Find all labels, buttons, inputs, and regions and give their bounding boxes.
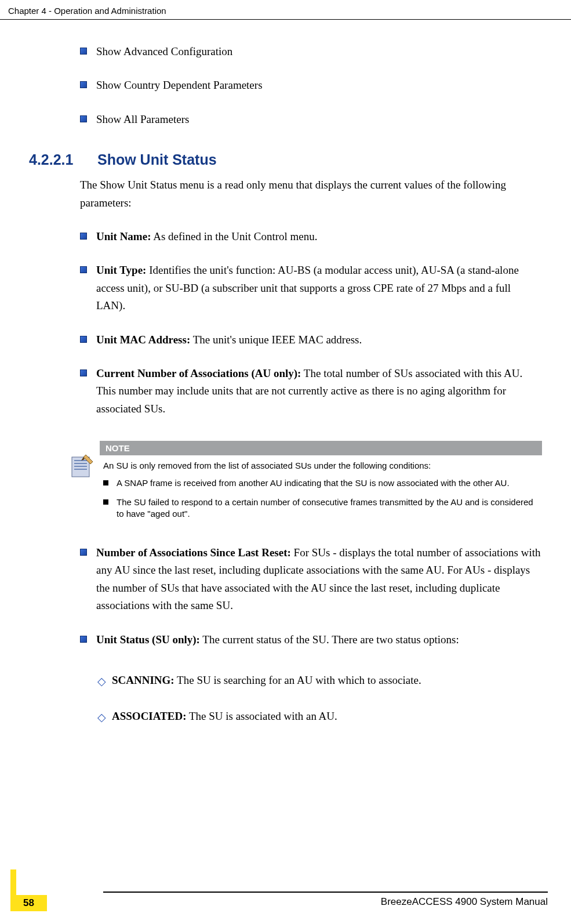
note-bullet-text: The SU failed to respond to a certain nu… — [117, 497, 539, 520]
bullet-text: Unit Type: Identifies the unit's functio… — [96, 262, 542, 314]
square-bullet-icon — [80, 549, 87, 556]
item-desc: The unit's unique IEEE MAC address. — [190, 334, 362, 346]
list-item: Unit Status (SU only): The current statu… — [80, 631, 542, 648]
list-item: Show All Parameters — [80, 111, 542, 128]
square-bullet-icon — [80, 81, 87, 88]
note-bullet-text: A SNAP frame is received from another AU… — [117, 477, 510, 489]
bullet-text: Show Country Dependent Parameters — [96, 77, 542, 94]
page-header: Chapter 4 - Operation and Administration — [0, 0, 571, 20]
note-intro: An SU is only removed from the list of a… — [100, 455, 542, 472]
list-item: ◇ SCANNING: The SU is searching for an A… — [97, 672, 542, 690]
item-label: Number of Associations Since Last Reset: — [96, 546, 291, 559]
square-bullet-icon — [103, 480, 108, 485]
note-header: NOTE — [100, 441, 542, 455]
page-content: Show Advanced Configuration Show Country… — [0, 20, 571, 727]
page-footer: BreezeACCESS 4900 System Manual 58 — [0, 892, 571, 908]
footer-manual-title: BreezeACCESS 4900 System Manual — [103, 892, 548, 908]
section-heading: 4.2.2.1 Show Unit Status — [29, 151, 542, 168]
footer-accent-strip — [10, 869, 16, 911]
item-label: Unit Type: — [96, 264, 146, 276]
bullet-text: Unit MAC Address: The unit's unique IEEE… — [96, 331, 542, 349]
item-desc: As defined in the Unit Control menu. — [151, 230, 317, 242]
chapter-title: Chapter 4 - Operation and Administration — [8, 6, 166, 16]
bullet-text: Show All Parameters — [96, 111, 542, 128]
square-bullet-icon — [80, 48, 87, 55]
intro-bullet-list: Show Advanced Configuration Show Country… — [80, 43, 542, 128]
list-item: Unit Name: As defined in the Unit Contro… — [80, 228, 542, 245]
bullet-text: Current Number of Associations (AU only)… — [96, 365, 542, 418]
item-desc: The SU is searching for an AU with which… — [174, 674, 421, 686]
diamond-bullet-icon: ◇ — [97, 709, 106, 726]
bullet-text: Unit Name: As defined in the Unit Contro… — [96, 228, 542, 245]
status-options-list: ◇ SCANNING: The SU is searching for an A… — [97, 672, 542, 727]
item-label: Unit Status (SU only): — [96, 633, 200, 646]
note-body: NOTE An SU is only removed from the list… — [100, 441, 542, 527]
list-item: Number of Associations Since Last Reset:… — [80, 544, 542, 615]
list-item: A SNAP frame is received from another AU… — [103, 477, 539, 489]
list-item: Unit MAC Address: The unit's unique IEEE… — [80, 331, 542, 349]
footer-page-box: 58 — [10, 869, 47, 911]
definition-list-after-note: Number of Associations Since Last Reset:… — [80, 544, 542, 648]
section-intro-paragraph: The Show Unit Status menu is a read only… — [80, 176, 542, 212]
page-number: 58 — [16, 895, 47, 911]
definition-list-before-note: Unit Name: As defined in the Unit Contro… — [80, 228, 542, 418]
list-item: ◇ ASSOCIATED: The SU is associated with … — [97, 708, 542, 726]
square-bullet-icon — [80, 115, 87, 122]
list-item: Show Advanced Configuration — [80, 43, 542, 60]
square-bullet-icon — [80, 266, 87, 273]
item-label: ASSOCIATED: — [112, 710, 186, 722]
section-number: 4.2.2.1 — [29, 151, 97, 168]
item-desc: The SU is associated with an AU. — [186, 710, 337, 722]
section-title: Show Unit Status — [97, 151, 217, 168]
list-item: Current Number of Associations (AU only)… — [80, 365, 542, 418]
square-bullet-icon — [80, 369, 87, 376]
note-callout: NOTE An SU is only removed from the list… — [70, 441, 542, 527]
item-desc: The current status of the SU. There are … — [200, 633, 459, 646]
note-bullet-list: A SNAP frame is received from another AU… — [100, 477, 542, 520]
list-item: Unit Type: Identifies the unit's functio… — [80, 262, 542, 314]
note-icon — [70, 441, 100, 480]
item-label: Unit Name: — [96, 230, 151, 242]
bullet-text: Show Advanced Configuration — [96, 43, 542, 60]
square-bullet-icon — [103, 499, 108, 505]
square-bullet-icon — [80, 233, 87, 240]
diamond-bullet-icon: ◇ — [97, 673, 106, 690]
item-label: SCANNING: — [112, 674, 174, 686]
bullet-text: Number of Associations Since Last Reset:… — [96, 544, 542, 615]
bullet-text: Unit Status (SU only): The current statu… — [96, 631, 542, 648]
item-label: Current Number of Associations (AU only)… — [96, 367, 301, 379]
bullet-text: ASSOCIATED: The SU is associated with an… — [112, 708, 542, 725]
item-label: Unit MAC Address: — [96, 334, 190, 346]
bullet-text: SCANNING: The SU is searching for an AU … — [112, 672, 542, 689]
list-item: The SU failed to respond to a certain nu… — [103, 497, 539, 520]
list-item: Show Country Dependent Parameters — [80, 77, 542, 94]
item-desc: Identifies the unit's function: AU-BS (a… — [96, 264, 519, 311]
square-bullet-icon — [80, 636, 87, 643]
square-bullet-icon — [80, 336, 87, 343]
